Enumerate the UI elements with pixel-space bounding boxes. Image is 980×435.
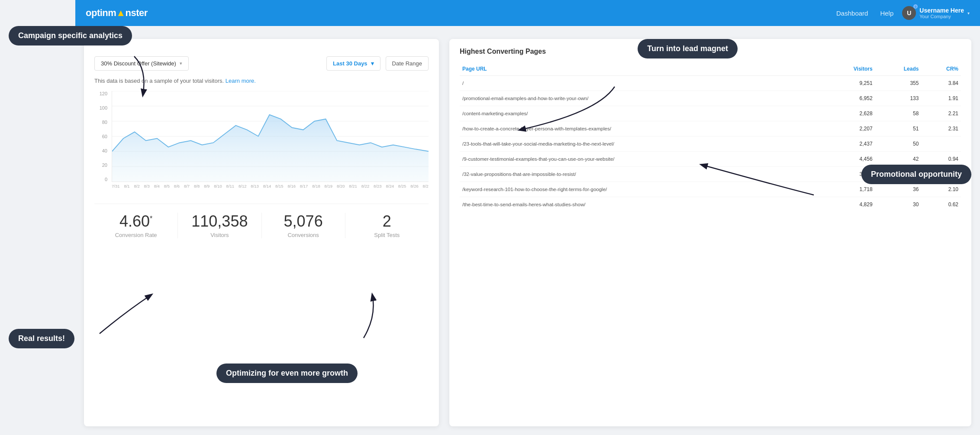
table-cell-cr: 1.91 [921, 91, 961, 106]
table-cell-leads: 133 [875, 91, 922, 106]
table-cell-cr: 2.21 [921, 106, 961, 121]
avatar-initial: U [907, 10, 911, 16]
table-cell-leads: 355 [875, 76, 922, 91]
y-axis: 120 100 80 60 40 20 0 [94, 91, 110, 182]
table-cell-leads: 51 [875, 121, 922, 136]
converting-pages-table: Page URL Visitors Leads CR% / 9,251 355 … [460, 62, 961, 212]
table-cell-url: /keyword-research-101-how-to-choose-the-… [460, 182, 820, 197]
callout-promotional: Promotional opportunity [861, 165, 971, 184]
table-cell-visitors: 9,251 [820, 76, 875, 91]
table-cell-url: /content-marketing-examples/ [460, 106, 820, 121]
stat-conversions: 5,076 Conversions [262, 213, 345, 238]
table-cell-visitors: 4,456 [820, 152, 875, 167]
chart-svg-area [112, 91, 429, 182]
table-cell-url: /the-best-time-to-send-emails-heres-what… [460, 197, 820, 212]
sample-note: This data is based on a sample of your t… [94, 78, 429, 84]
table-cell-visitors: 2,207 [820, 121, 875, 136]
table-cell-cr: 2.31 [921, 121, 961, 136]
user-menu[interactable]: U 0 Username Here Your Company ▾ [902, 6, 970, 20]
table-row: /23-tools-that-will-take-your-social-med… [460, 136, 961, 152]
table-cell-leads: 30 [875, 197, 922, 212]
table-row: /how-to-create-a-concrete-buyer-persona-… [460, 121, 961, 136]
col-header-visitors: Visitors [820, 62, 875, 76]
table-cell-url: / [460, 76, 820, 91]
x-axis: 7/31 8/1 8/2 8/3 8/4 8/5 8/6 8/7 8/8 8/9… [112, 184, 429, 195]
chevron-down-icon: ▾ [371, 60, 374, 67]
table-cell-url: /23-tools-that-will-take-your-social-med… [460, 136, 820, 152]
table-row: /content-marketing-examples/ 2,628 58 2.… [460, 106, 961, 121]
date-range-button[interactable]: Date Range [386, 56, 429, 71]
user-info: Username Here Your Company [919, 7, 964, 19]
table-cell-visitors: 2,437 [820, 136, 875, 152]
stat-split-tests: 2 Split Tests [345, 213, 429, 238]
stats-row: 4.60* Conversion Rate 110,358 Visitors 5… [94, 204, 429, 238]
table-cell-visitors: 4,829 [820, 197, 875, 212]
filter-row: 30% Discount Offer (Sitewide) ▾ Last 30 … [94, 56, 429, 71]
campaign-select[interactable]: 30% Discount Offer (Sitewide) ▾ [94, 56, 189, 71]
table-cell-visitors: 2,628 [820, 106, 875, 121]
date-select[interactable]: Last 30 Days ▾ [326, 56, 380, 71]
callout-real-results: Real results! [9, 329, 74, 348]
logo: optinm▲nster [86, 7, 148, 19]
notification-badge: 0 [913, 4, 918, 9]
table-cell-url: /32-value-propositions-that-are-impossib… [460, 167, 820, 182]
username: Username Here [919, 7, 964, 14]
stat-visitors: 110,358 Visitors [178, 213, 261, 238]
nav-dashboard[interactable]: Dashboard [836, 10, 868, 17]
col-header-url: Page URL [460, 62, 820, 76]
table-row: / 9,251 355 3.84 [460, 76, 961, 91]
callout-campaign: Campaign specific analytics [9, 26, 132, 45]
stat-conversion-rate: 4.60* Conversion Rate [94, 213, 178, 238]
table-cell-cr [921, 136, 961, 152]
table-cell-leads: 50 [875, 136, 922, 152]
table-panel: Highest Converting Pages Page URL Visito… [449, 39, 971, 426]
learn-more-link[interactable]: Learn more. [226, 78, 256, 84]
table-cell-url: /9-customer-testimonial-examples-that-yo… [460, 152, 820, 167]
nav-help[interactable]: Help [880, 10, 893, 17]
callout-optimizing: Optimizing for even more growth [216, 364, 358, 383]
table-cell-leads: 58 [875, 106, 922, 121]
content-area: 30% Discount Offer (Sitewide) ▾ Last 30 … [75, 30, 980, 435]
company-name: Your Company [919, 14, 964, 19]
table-cell-url: /how-to-create-a-concrete-buyer-persona-… [460, 121, 820, 136]
chevron-down-icon: ▾ [967, 11, 970, 16]
nav-links: Dashboard Help [836, 10, 893, 17]
table-cell-visitors: 1,718 [820, 182, 875, 197]
table-cell-url: /promotional-email-examples-and-how-to-w… [460, 91, 820, 106]
callout-lead-magnet: Turn into lead magnet [638, 39, 738, 58]
analytics-chart: 120 100 80 60 40 20 0 [94, 91, 429, 195]
table-row: /the-best-time-to-send-emails-heres-what… [460, 197, 961, 212]
table-cell-visitors: 6,952 [820, 91, 875, 106]
navbar: optinm▲nster Dashboard Help U 0 Username… [75, 0, 980, 26]
table-cell-cr: 0.62 [921, 197, 961, 212]
avatar: U 0 [902, 6, 916, 20]
chevron-down-icon: ▾ [180, 61, 182, 66]
table-cell-cr: 3.84 [921, 76, 961, 91]
table-row: /promotional-email-examples-and-how-to-w… [460, 91, 961, 106]
col-header-leads: Leads [875, 62, 922, 76]
col-header-cr: CR% [921, 62, 961, 76]
